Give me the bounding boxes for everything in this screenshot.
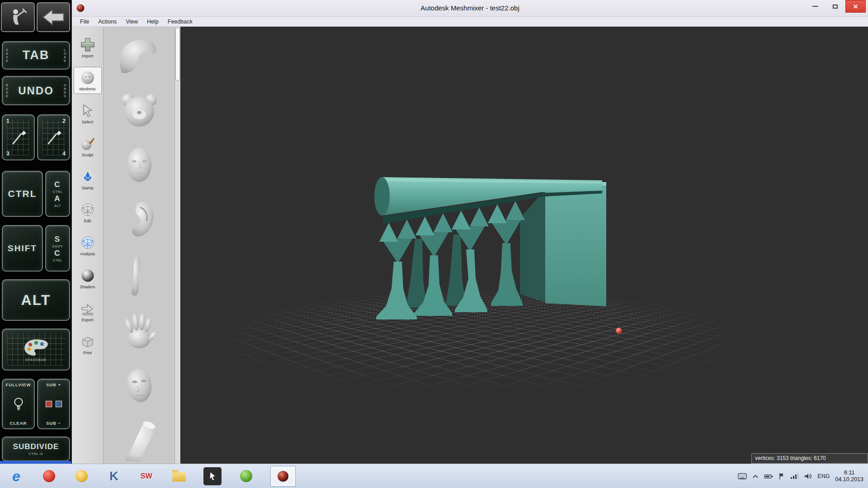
battery-icon[interactable]	[764, 474, 773, 479]
undo-label: UNDO	[18, 84, 54, 97]
macro-shift-button[interactable]: SHIFT	[2, 225, 43, 272]
macro-brush-tile-2[interactable]: 2 4	[37, 114, 70, 160]
language-indicator[interactable]: ENG	[817, 473, 830, 479]
taskbar-apps: e K SW	[8, 464, 296, 488]
shift-label: SHIFT	[8, 244, 37, 253]
meshmixer-window: Autodesk Meshmixer - test22.obj × File A…	[72, 0, 868, 464]
menu-bar: File Actions View Help Feedback	[72, 17, 868, 27]
parts-scrollbar[interactable]	[175, 27, 180, 464]
box-front-face	[545, 184, 606, 306]
volume-speaker-icon[interactable]	[804, 473, 812, 479]
part-hand[interactable]	[109, 309, 169, 352]
show-hidden-icons-chevron-icon[interactable]	[752, 474, 759, 479]
macro-ctrl-button[interactable]: CTRL	[2, 171, 43, 217]
window-title: Autodesk Meshmixer - test22.obj	[72, 4, 868, 12]
tool-sculpt[interactable]: Sculpt	[74, 133, 102, 160]
edit-wireframe-icon	[80, 202, 96, 218]
menu-help[interactable]: Help	[142, 18, 163, 26]
tool-edit[interactable]: Edit	[74, 199, 102, 226]
part-human-head[interactable]	[109, 143, 169, 187]
close-button[interactable]: ×	[845, 0, 866, 13]
analysis-sphere-icon	[80, 235, 96, 251]
cursor-icon	[208, 471, 217, 481]
maximize-button[interactable]	[825, 0, 845, 13]
meshmix-sphere-icon	[80, 70, 96, 86]
red-marker-sphere	[616, 328, 622, 334]
main-toolbar: Import Meshmix	[72, 27, 104, 464]
subdivide-label: SUBDIVIDE	[13, 442, 59, 451]
shaders-sphere-icon	[80, 267, 96, 284]
cubes-icon	[44, 399, 64, 409]
print-icon	[80, 333, 96, 350]
window-controls: ×	[805, 0, 866, 13]
screen: SAVE TAB LOAD REDO UNDO UNDO 1 3 2 4	[0, 0, 868, 488]
taskbar-explorer-icon[interactable]	[171, 467, 187, 485]
sculptor-icon	[8, 7, 28, 27]
part-bear-head[interactable]	[109, 88, 169, 131]
part-face[interactable]	[109, 364, 169, 407]
macro-alt-button[interactable]: ALT	[2, 279, 70, 321]
network-signal-icon[interactable]	[790, 473, 798, 479]
window-content: Import Meshmix	[72, 27, 868, 464]
taskbar-pointer-app-icon[interactable]	[203, 467, 222, 485]
macro-undo-button[interactable]: REDO UNDO UNDO	[2, 76, 70, 105]
taskbar-meshmixer-icon[interactable]	[270, 466, 296, 487]
grid-pattern	[42, 119, 65, 155]
macro-ctrl-alt-button[interactable]: C CTRL A ALT	[45, 171, 70, 217]
tool-select[interactable]: Select	[74, 100, 102, 127]
macro-brush-tile-1[interactable]: 1 3	[2, 114, 35, 160]
tool-export[interactable]: Export	[74, 298, 102, 325]
macro-tab-button[interactable]: SAVE TAB LOAD	[2, 41, 70, 70]
meshmix-parts-panel	[104, 27, 181, 464]
back-arrow-icon	[40, 8, 66, 27]
tool-analysis[interactable]: Analysis	[74, 232, 102, 259]
scrollbar-thumb[interactable]	[175, 28, 180, 81]
minimize-button[interactable]	[805, 0, 825, 13]
tool-meshmix[interactable]: Meshmix	[74, 67, 102, 94]
part-slim-arm[interactable]	[109, 253, 169, 297]
macro-fullview-button[interactable]: FULLVIEW CLEAR	[2, 379, 35, 429]
part-ear[interactable]	[109, 198, 169, 242]
touch-keyboard-icon[interactable]	[738, 473, 747, 479]
taskbar-green-app-icon[interactable]	[238, 467, 254, 485]
tool-shaders[interactable]: Shaders	[74, 265, 102, 292]
taskbar-red-app-icon[interactable]	[41, 467, 57, 485]
box-side-face	[520, 189, 545, 302]
back-button-tile[interactable]	[37, 2, 70, 32]
stamp-icon	[80, 169, 96, 185]
macro-shift-ctrl-button[interactable]: S SHIFT C CTRL	[45, 225, 70, 272]
part-bicep-arm[interactable]	[109, 33, 169, 76]
support-leg	[491, 243, 523, 306]
taskbar-yellow-app-icon[interactable]	[73, 467, 90, 485]
tool-print[interactable]: Print	[74, 331, 102, 358]
macro-spacebar-button[interactable]: SPACEBAR	[2, 328, 70, 371]
menu-feedback[interactable]: Feedback	[163, 18, 197, 26]
macro-subdivide-button[interactable]: SUBDIVIDE CTRL-D	[2, 436, 70, 461]
lightbulb-icon	[13, 397, 24, 411]
tool-import[interactable]: Import	[74, 34, 102, 61]
sculptor-app-tile[interactable]	[1, 2, 35, 32]
menu-actions[interactable]: Actions	[94, 18, 121, 26]
taskbar-internet-explorer-icon[interactable]: e	[8, 467, 24, 485]
tool-stamp[interactable]: Stamp	[74, 166, 102, 193]
taskbar-clock[interactable]: 6:11 04.10.2013	[835, 469, 865, 483]
clock-time: 6:11	[835, 469, 863, 476]
status-bar: vertices: 3153 triangles: 6170	[751, 453, 868, 464]
ctrl-label: CTRL	[8, 188, 37, 199]
window-title-bar[interactable]: Autodesk Meshmixer - test22.obj ×	[72, 0, 868, 17]
sculpt-brush-icon	[80, 136, 96, 152]
taskbar-k-app-icon[interactable]: K	[106, 467, 122, 485]
menu-file[interactable]: File	[75, 18, 94, 26]
macro-hotkey-panel: SAVE TAB LOAD REDO UNDO UNDO 1 3 2 4	[0, 0, 72, 464]
taskbar-tray: ENG 6:11 04.10.2013	[738, 464, 865, 488]
menu-view[interactable]: View	[121, 18, 142, 26]
import-plus-icon	[80, 37, 96, 53]
folder-icon	[172, 472, 186, 482]
select-cursor-icon	[80, 103, 96, 119]
cylinder-end-cap	[374, 177, 390, 216]
action-center-flag-icon[interactable]	[778, 473, 785, 480]
macro-subdivision-button[interactable]: SUB + SUB −	[37, 379, 70, 429]
part-cone[interactable]	[109, 419, 169, 462]
viewport-3d[interactable]: vertices: 3153 triangles: 6170	[181, 27, 868, 464]
taskbar-solidworks-icon[interactable]: SW	[138, 467, 155, 485]
